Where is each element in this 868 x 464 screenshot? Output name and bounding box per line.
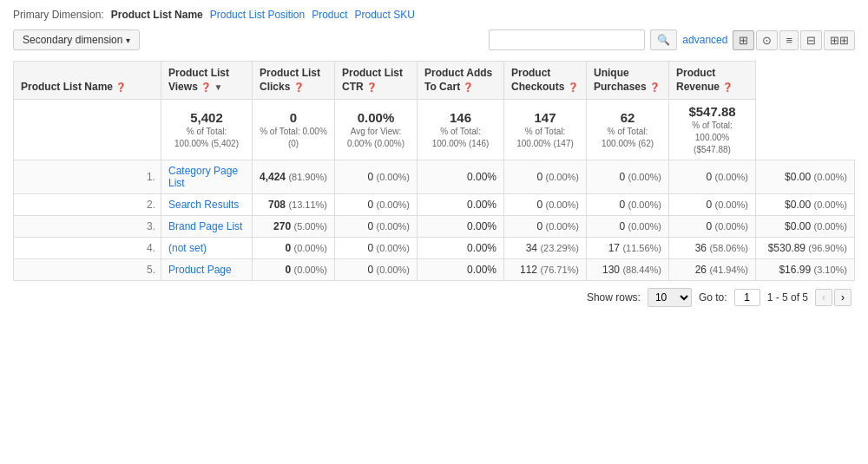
next-page-button[interactable]: › [834, 289, 852, 306]
row-name-link-3[interactable]: (not set) [168, 242, 207, 254]
summary-purchases-main: 62 [594, 110, 661, 125]
goto-input[interactable] [734, 289, 760, 306]
pagination-row: Show rows: 10 25 50 100 Go to: 1 - 5 of … [13, 281, 855, 314]
toolbar-right: 🔍 advanced ⊞ ⊙ ≡ ⊟ ⊞⊞ [489, 29, 855, 50]
row-ctr-4: 0.00% [418, 259, 504, 281]
sort-arrow-views[interactable]: ▼ [214, 82, 223, 92]
row-views-4: 0 (0.00%) [253, 259, 335, 281]
summary-checkouts-sub: % of Total: 100.00% (147) [516, 127, 574, 148]
view-icon-comparison[interactable]: ≡ [779, 30, 799, 50]
row-ctr-2: 0.00% [418, 216, 504, 238]
summary-revenue-cell: $547.88 % of Total: 100.00% ($547.88) [669, 100, 756, 160]
view-icon-pie[interactable]: ⊙ [756, 30, 778, 50]
row-name-4[interactable]: Product Page [161, 259, 253, 281]
row-name-1[interactable]: Search Results [161, 194, 253, 216]
row-purchases-2: 0 (0.00%) [669, 216, 756, 238]
row-adds-0: 0 (0.00%) [504, 160, 587, 194]
view-icon-pivot[interactable]: ⊞⊞ [824, 30, 855, 50]
table-row: 5. Product Page 0 (0.00%) 0 (0.00%) 0.00… [14, 259, 855, 281]
summary-ctr-cell: 0.00% Avg for View: 0.00% (0.00%) [335, 100, 418, 160]
row-adds-2: 0 (0.00%) [504, 216, 587, 238]
summary-views-main: 5,402 [168, 110, 245, 125]
col-header-views: Product List Views ❓ ▼ [161, 62, 253, 100]
help-icon-revenue[interactable]: ❓ [722, 82, 733, 92]
help-icon-adds[interactable]: ❓ [463, 82, 473, 92]
row-revenue-0: $0.00 (0.00%) [756, 160, 855, 194]
summary-adds-sub: % of Total: 100.00% (146) [432, 127, 490, 148]
summary-revenue-sub: % of Total: 100.00% ($547.88) [692, 121, 733, 154]
row-revenue-1: $0.00 (0.00%) [756, 194, 855, 216]
primary-dimension-bar: Primary Dimension: Product List Name Pro… [13, 9, 855, 21]
summary-row: 5,402 % of Total: 100.00% (5,402) 0 % of… [14, 100, 855, 160]
table-row: 4. (not set) 0 (0.00%) 0 (0.00%) 0.00% 3… [14, 238, 855, 259]
view-icon-term[interactable]: ⊟ [800, 30, 822, 50]
row-ctr-1: 0.00% [418, 194, 504, 216]
row-name-link-0[interactable]: Category Page List [168, 165, 238, 189]
row-adds-3: 34 (23.29%) [504, 238, 587, 259]
summary-purchases-sub: % of Total: 100.00% (62) [602, 127, 654, 148]
row-revenue-2: $0.00 (0.00%) [756, 216, 855, 238]
summary-ctr-main: 0.00% [342, 110, 410, 125]
help-icon-views[interactable]: ❓ [201, 82, 211, 92]
row-views-2: 270 (5.00%) [253, 216, 335, 238]
row-name-3[interactable]: (not set) [161, 238, 253, 259]
row-name-link-4[interactable]: Product Page [168, 264, 232, 276]
row-name-link-1[interactable]: Search Results [168, 199, 239, 211]
summary-clicks-cell: 0 % of Total: 0.00% (0) [253, 100, 335, 160]
row-adds-1: 0 (0.00%) [504, 194, 587, 216]
row-checkouts-2: 0 (0.00%) [587, 216, 669, 238]
row-checkouts-1: 0 (0.00%) [587, 194, 669, 216]
summary-purchases-cell: 62 % of Total: 100.00% (62) [587, 100, 669, 160]
col-header-clicks: Product List Clicks ❓ [253, 62, 335, 100]
table-row: 2. Search Results 708 (13.11%) 0 (0.00%)… [14, 194, 855, 216]
help-icon-clicks[interactable]: ❓ [293, 82, 304, 92]
row-purchases-1: 0 (0.00%) [669, 194, 756, 216]
row-views-1: 708 (13.11%) [253, 194, 335, 216]
help-icon-purchases[interactable]: ❓ [649, 82, 660, 92]
row-adds-4: 112 (76.71%) [504, 259, 587, 281]
toolbar-row: Secondary dimension ▾ 🔍 advanced ⊞ ⊙ ≡ ⊟… [13, 29, 855, 50]
row-num-3: 4. [14, 238, 161, 259]
row-ctr-0: 0.00% [418, 160, 504, 194]
summary-checkouts-cell: 147 % of Total: 100.00% (147) [504, 100, 587, 160]
search-button[interactable]: 🔍 [650, 29, 677, 50]
advanced-link[interactable]: advanced [682, 34, 727, 46]
row-clicks-2: 0 (0.00%) [335, 216, 418, 238]
search-input[interactable] [489, 29, 645, 50]
help-icon-checkouts[interactable]: ❓ [568, 82, 578, 92]
row-ctr-3: 0.00% [418, 238, 504, 259]
help-icon-ctr[interactable]: ❓ [366, 82, 377, 92]
row-revenue-3: $530.89 (96.90%) [756, 238, 855, 259]
row-name-0[interactable]: Category Page List [161, 160, 253, 194]
summary-checkouts-main: 147 [511, 110, 579, 125]
prev-page-button[interactable]: ‹ [815, 289, 832, 306]
row-checkouts-3: 17 (11.56%) [587, 238, 669, 259]
summary-adds-cell: 146 % of Total: 100.00% (146) [418, 100, 504, 160]
table-row: 1. Category Page List 4,424 (81.90%) 0 (… [14, 160, 855, 194]
col-header-ctr: Product List CTR ❓ [335, 62, 418, 100]
row-name-link-2[interactable]: Brand Page List [168, 220, 242, 232]
help-icon-name[interactable]: ❓ [115, 82, 126, 92]
view-icon-table[interactable]: ⊞ [733, 30, 754, 50]
show-rows-label: Show rows: [587, 291, 641, 304]
row-views-3: 0 (0.00%) [253, 238, 335, 259]
row-checkouts-0: 0 (0.00%) [587, 160, 669, 194]
active-dimension: Product List Name [111, 9, 203, 21]
summary-views-sub: % of Total: 100.00% (5,402) [174, 127, 239, 148]
row-name-2[interactable]: Brand Page List [161, 216, 253, 238]
dim-link-product[interactable]: Product [312, 9, 347, 21]
col-header-adds: Product Adds To Cart ❓ [418, 62, 504, 100]
row-num-4: 5. [14, 259, 161, 281]
summary-revenue-main: $547.88 [676, 104, 748, 119]
dim-link-sku[interactable]: Product SKU [354, 9, 414, 21]
secondary-dimension-label: Secondary dimension [23, 34, 122, 46]
secondary-dimension-button[interactable]: Secondary dimension ▾ [13, 29, 140, 50]
row-clicks-4: 0 (0.00%) [335, 259, 418, 281]
pagination-nav: ‹ › [815, 289, 852, 306]
summary-views-cell: 5,402 % of Total: 100.00% (5,402) [161, 100, 253, 160]
dim-link-position[interactable]: Product List Position [210, 9, 305, 21]
show-rows-select[interactable]: 10 25 50 100 [648, 288, 692, 307]
goto-label: Go to: [699, 291, 727, 304]
summary-clicks-main: 0 [260, 110, 327, 125]
row-clicks-3: 0 (0.00%) [335, 238, 418, 259]
